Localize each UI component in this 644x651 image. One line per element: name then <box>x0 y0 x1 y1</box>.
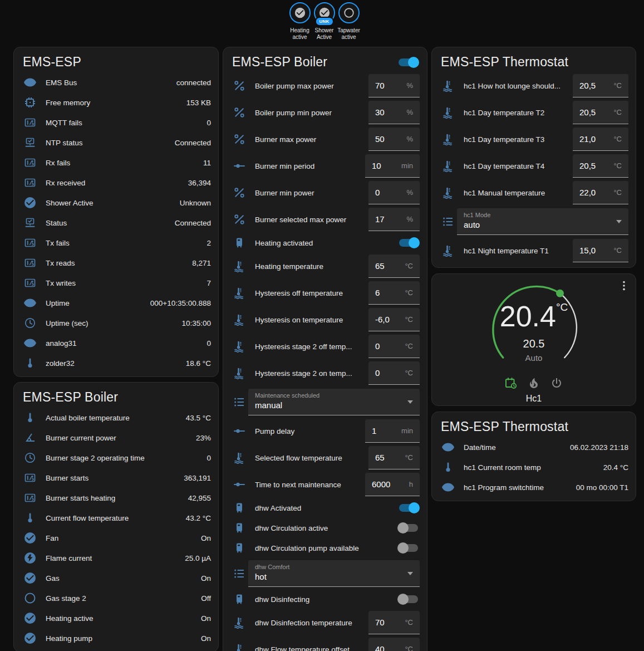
select-dropdown[interactable]: dhw Comforthot <box>248 560 420 587</box>
entity-row: Boiler pump min power30% <box>223 99 427 126</box>
badge-shower-active[interactable]: UNK ShowerActive <box>312 2 336 41</box>
dial-handle[interactable] <box>556 290 564 297</box>
entity-row[interactable]: Heating pumpOn <box>14 628 218 648</box>
entity-row[interactable]: Uptime (sec)10:35:00 <box>14 313 218 333</box>
counter-icon <box>23 471 37 484</box>
entity-row[interactable]: StatusConnected <box>14 213 218 233</box>
entity-row: dhw Flow temperature offset40°C <box>223 636 427 651</box>
entity-row[interactable]: Shower ActiveUnknown <box>14 193 218 213</box>
number-unit: °C <box>613 135 622 143</box>
select-dropdown[interactable]: hc1 Modeauto <box>457 208 628 235</box>
calendar-clock-icon[interactable] <box>504 376 518 390</box>
entity-row[interactable]: Date/time06.02.2023 21:18 <box>432 437 636 457</box>
entity-row[interactable]: NTP statusConnected <box>14 133 218 153</box>
number-input[interactable]: 21,0°C <box>573 128 628 151</box>
number-value: 20,5 <box>579 81 596 90</box>
number-input[interactable]: 65°C <box>368 254 420 278</box>
entity-row: Hysteresis stage 2 off temp...0°C <box>223 333 427 360</box>
percent-icon <box>233 106 246 119</box>
entity-row[interactable]: Actual boiler temperature43.5 °C <box>14 408 218 428</box>
entity-row[interactable]: EMS Busconnected <box>14 72 218 92</box>
entity-row[interactable]: Burner starts heating42,955 <box>14 488 218 508</box>
number-unit: % <box>406 215 413 223</box>
number-input[interactable]: 50% <box>368 128 420 151</box>
entity-row[interactable]: Burner starts363,191 <box>14 468 218 488</box>
toggle-switch[interactable] <box>397 594 420 605</box>
entity-row: dhw Disinfection temperature70°C <box>223 609 427 636</box>
entity-row[interactable]: Flame current25.0 µA <box>14 548 218 568</box>
number-input[interactable]: 6000h <box>365 473 420 496</box>
hvac-mode-buttons <box>432 376 636 390</box>
entity-row[interactable]: FanOn <box>14 528 218 548</box>
entity-label: Flame current <box>46 554 180 562</box>
entity-row[interactable]: Rx received36,394 <box>14 173 218 193</box>
percent-icon <box>233 79 246 92</box>
entity-label: Boiler pump min power <box>255 109 368 117</box>
entity-row[interactable]: Rx fails11 <box>14 153 218 173</box>
entity-row[interactable]: Burner stage 2 operating time0 <box>14 448 218 468</box>
entity-row[interactable]: Tx writes7 <box>14 273 218 293</box>
fire-icon[interactable] <box>527 376 540 390</box>
number-input[interactable]: 17% <box>368 208 420 231</box>
entity-value: On <box>201 574 211 583</box>
entity-row[interactable]: hc1 Current room temp20.4 °C <box>432 457 636 477</box>
card-master-toggle[interactable] <box>397 57 419 68</box>
unk-badge: UNK <box>314 17 333 26</box>
entity-row[interactable]: Burner current power23% <box>14 428 218 448</box>
number-input[interactable]: 70°C <box>368 611 420 634</box>
counter-icon <box>23 491 37 505</box>
entity-label: Shower Active <box>46 199 175 207</box>
number-input[interactable]: 40°C <box>368 638 420 651</box>
entity-label: dhw Activated <box>255 504 397 512</box>
coolant-thermometer-icon <box>441 133 455 146</box>
entity-row[interactable]: Tx fails2 <box>14 233 218 253</box>
toggle-switch[interactable] <box>397 522 420 533</box>
number-input[interactable]: 6°C <box>368 281 420 305</box>
toggle-switch[interactable] <box>397 502 420 513</box>
entity-row[interactable]: hc1 Program switchtime00 mo 00:00 T1 <box>432 477 636 497</box>
number-input[interactable]: -6,0°C <box>368 308 420 331</box>
number-input[interactable]: 0% <box>368 181 420 204</box>
number-input[interactable]: 0°C <box>368 361 420 385</box>
select-value: manual <box>255 400 403 410</box>
number-input[interactable]: 1min <box>365 419 420 443</box>
number-input[interactable]: 0°C <box>368 335 420 358</box>
entity-row[interactable]: Heating activeOn <box>14 608 218 628</box>
entity-label: Burner starts heating <box>46 494 184 502</box>
entity-row[interactable]: zolder3218.6 °C <box>14 353 218 373</box>
counter-icon <box>23 236 37 249</box>
entity-row[interactable]: Uptime000+10:35:00.888 <box>14 293 218 313</box>
badge-circle: UNK <box>314 2 335 23</box>
select-dropdown[interactable]: Maintenance scheduledmanual <box>248 389 420 415</box>
toggle-switch[interactable] <box>397 542 420 554</box>
number-value: 50 <box>375 134 385 144</box>
entity-row[interactable]: GasOn <box>14 568 218 588</box>
current-temperature: 20.4°C <box>473 300 595 333</box>
coolant-thermometer-icon <box>233 313 246 326</box>
badge-heating-active[interactable]: Heatingactive <box>288 2 312 41</box>
clock-icon <box>23 451 37 464</box>
number-input[interactable]: 70% <box>368 74 420 97</box>
number-input[interactable]: 15,0°C <box>573 239 628 262</box>
number-input[interactable]: 22,0°C <box>573 181 628 204</box>
number-input[interactable]: 20,5°C <box>573 74 628 97</box>
power-icon[interactable] <box>550 376 563 390</box>
toggle-switch[interactable] <box>397 237 420 248</box>
entity-row[interactable]: Gas stage 2Off <box>14 588 218 608</box>
entity-row[interactable]: Free memory153 KB <box>14 92 218 112</box>
coolant-thermometer-icon <box>233 451 246 464</box>
number-input[interactable]: 10min <box>365 154 420 178</box>
entity-row[interactable]: MQTT fails0 <box>14 112 218 133</box>
number-input[interactable]: 65°C <box>368 446 420 469</box>
number-input[interactable]: 20,5°C <box>573 154 628 178</box>
number-input[interactable]: 20,5°C <box>573 101 628 124</box>
number-input[interactable]: 30% <box>368 101 420 124</box>
thermostat-dial[interactable]: 20.4°C 20.5 Auto <box>473 280 595 374</box>
entity-row[interactable]: Tx reads8,271 <box>14 253 218 273</box>
entity-row[interactable]: analog310 <box>14 333 218 353</box>
badge-tapwater-active[interactable]: Tapwateractive <box>337 2 361 41</box>
thermometer-icon <box>23 356 37 370</box>
kebab-menu-icon[interactable] <box>618 280 630 292</box>
entity-value: 18.6 °C <box>186 359 211 368</box>
entity-row[interactable]: Current flow temperature43.2 °C <box>14 508 218 528</box>
